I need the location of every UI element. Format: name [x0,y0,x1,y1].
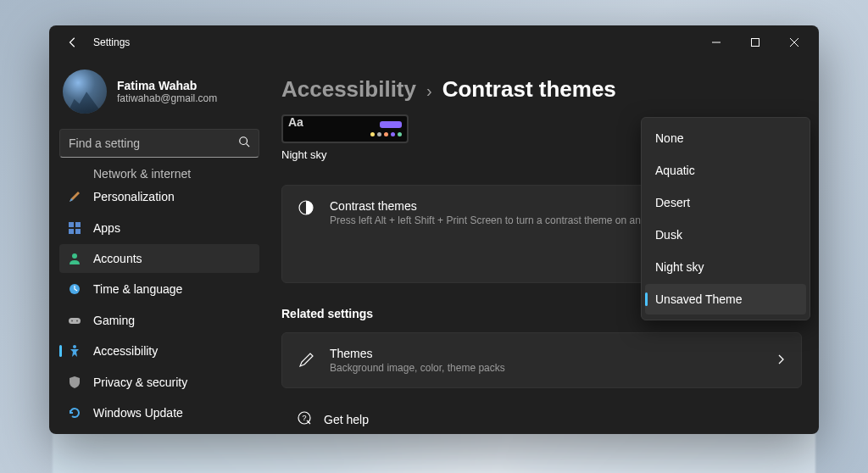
paintbrush-icon [298,352,314,369]
theme-dropdown[interactable]: None Aquatic Desert Dusk Night sky Unsav… [641,117,810,320]
window-title: Settings [93,36,130,48]
theme-preview-label: Night sky [281,148,409,161]
avatar [63,70,107,114]
svg-rect-3 [75,222,81,227]
shield-icon [68,376,81,389]
profile-block[interactable]: Fatima Wahab fatiwahab@gmail.com [56,59,263,129]
get-help-label: Get help [324,413,369,426]
chevron-right-icon: › [426,81,432,101]
breadcrumb-parent[interactable]: Accessibility [281,76,416,103]
svg-text:?: ? [302,414,306,422]
arrow-left-icon [67,36,79,48]
sidebar-item-accessibility[interactable]: Accessibility [59,337,259,365]
apps-icon [68,221,81,235]
themes-link-desc: Background image, color, theme packs [330,362,760,374]
minimize-button[interactable] [697,29,736,56]
globe-clock-icon [68,282,81,296]
accessibility-icon [68,344,81,358]
maximize-button[interactable] [736,29,775,56]
sidebar-item-time-language[interactable]: Time & language [59,275,259,303]
sidebar: Fatima Wahab fatiwahab@gmail.com Network… [49,59,270,434]
breadcrumb: Accessibility › Contrast themes [281,59,802,114]
maximize-icon [751,38,760,47]
dropdown-item-night-sky[interactable]: Night sky [645,252,806,282]
search-input[interactable] [69,136,238,150]
search-box[interactable] [59,129,259,158]
svg-point-6 [72,253,77,259]
nav-list: Network & internet Personalization Apps … [56,166,263,427]
sidebar-item-update[interactable]: Windows Update [59,398,259,427]
sidebar-item-label: Time & language [93,282,182,296]
close-icon [790,38,798,47]
chevron-right-icon [776,353,786,368]
preview-sample-text: Aa [288,115,303,129]
paintbrush-icon [68,190,81,203]
svg-point-1 [240,137,248,145]
search-icon [238,136,250,151]
sidebar-item-label: Privacy & security [93,376,187,389]
help-icon: ? [297,410,312,428]
themes-link-card[interactable]: Themes Background image, color, theme pa… [281,332,802,388]
settings-window: Settings Fatima Wahab fatiwahab@gmail.co… [49,25,819,434]
svg-rect-8 [69,318,81,324]
dropdown-item-desert[interactable]: Desert [645,187,806,218]
titlebar: Settings [49,25,819,59]
themes-link-title: Themes [330,347,760,360]
sidebar-item-label: Gaming [93,314,135,327]
svg-point-9 [71,320,73,321]
person-icon [68,252,81,265]
sidebar-item-label: Apps [93,221,120,235]
close-button[interactable] [775,29,814,56]
dropdown-item-aquatic[interactable]: Aquatic [645,155,806,186]
svg-point-10 [76,320,78,321]
theme-preview-tile[interactable]: Aa Night sky [281,114,409,161]
svg-rect-0 [752,39,760,47]
contrast-icon [298,199,314,216]
minimize-icon [712,38,721,47]
svg-rect-5 [75,229,81,234]
sidebar-item-personalization[interactable]: Personalization [59,182,259,211]
theme-preview-frame: Aa [281,114,409,143]
sidebar-item-gaming[interactable]: Gaming [59,306,259,335]
back-button[interactable] [61,31,85,54]
profile-email: fatiwahab@gmail.com [117,92,217,104]
preview-accent-pill [380,121,402,128]
dropdown-item-none[interactable]: None [645,123,806,153]
sidebar-item-apps[interactable]: Apps [59,214,259,242]
window-controls [697,29,814,56]
svg-rect-2 [69,222,74,227]
sidebar-item-label: Accessibility [93,344,158,358]
sidebar-item-label: Personalization [93,190,175,203]
dropdown-item-unsaved-theme[interactable]: Unsaved Theme [645,284,806,314]
content-pane: Accessibility › Contrast themes Aa [270,59,819,434]
sidebar-item-privacy[interactable]: Privacy & security [59,367,259,396]
sidebar-item-partial[interactable]: Network & internet [59,166,259,181]
dropdown-item-dusk[interactable]: Dusk [645,220,806,250]
gamepad-icon [68,314,81,327]
profile-name: Fatima Wahab [117,79,217,92]
sidebar-item-accounts[interactable]: Accounts [59,244,259,273]
sidebar-item-label: Accounts [93,252,142,265]
breadcrumb-current: Contrast themes [442,76,616,103]
preview-color-dots [370,132,402,136]
svg-point-11 [73,345,76,348]
update-icon [68,406,81,420]
get-help-link[interactable]: ? Get help [281,397,802,428]
sidebar-item-label: Windows Update [93,406,183,420]
svg-rect-4 [69,229,74,234]
